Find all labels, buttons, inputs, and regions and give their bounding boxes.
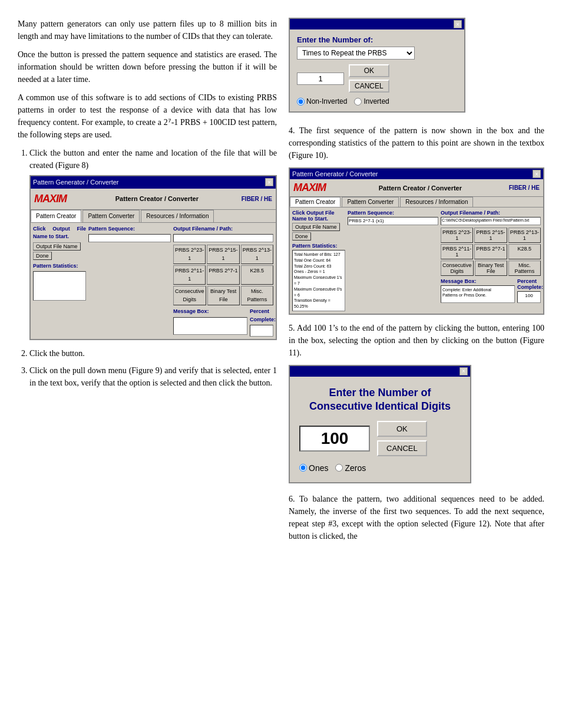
prbs-23-btn-large[interactable]: PRBS 2^23-1	[441, 228, 473, 243]
dialog1-cancel-button[interactable]: CANCEL	[349, 80, 389, 93]
output-file-btn-large[interactable]: Output File Name	[292, 223, 340, 231]
misc-patterns-btn-small[interactable]: Misc. Patterns	[241, 286, 273, 305]
radio-ones[interactable]	[299, 464, 307, 472]
close-icon-large[interactable]: ×	[533, 170, 541, 178]
step-1: Click the button and enter the name and …	[29, 147, 277, 340]
pattern-window-large: Pattern Generator / Converter × MAXIM Pa…	[289, 167, 544, 315]
misc-patterns-btn-large[interactable]: Misc. Patterns	[508, 261, 541, 276]
percent-label-large: Percent Complete:	[517, 278, 541, 290]
close-icon-dialog2[interactable]: ×	[459, 367, 468, 375]
dialog1-input-row: OK CANCEL	[297, 64, 457, 93]
bottom-row-btns-large: Consecutive Digits Binary Test File Misc…	[441, 261, 541, 276]
step5-text: 5. Add 100 1’s to the end of the pattern…	[289, 322, 544, 359]
radio-ones-label[interactable]: Ones	[299, 463, 328, 473]
bottom-row-btns-small: Consecutive Digits Binary Test File Misc…	[173, 286, 273, 305]
tab-pattern-creator-small[interactable]: Pattern Creator	[31, 210, 81, 222]
dialog2-cancel-button[interactable]: CANCEL	[377, 440, 427, 456]
tab-pattern-creator-large[interactable]: Pattern Creator	[290, 197, 340, 207]
mid-panel-large: Pattern Sequence: PRBS 2^7-1 (x1)	[348, 210, 438, 311]
k285-btn-large[interactable]: K28.5	[508, 244, 541, 259]
binary-test-btn-large[interactable]: Binary Test File	[475, 261, 507, 276]
radio-zeros[interactable]	[335, 464, 343, 472]
pattern-titlebar-large: Pattern Generator / Converter ×	[290, 169, 543, 179]
steps-list: Click the button and enter the name and …	[29, 147, 277, 389]
prbs-15-btn-large[interactable]: PRBS 2^15-1	[474, 228, 507, 243]
step-2: Click the button.	[29, 347, 277, 360]
dialog1-number-input[interactable]	[297, 73, 344, 85]
output-filename-label-small: Output Filename / Path:	[173, 225, 273, 233]
left-panel-large: Click Output File Name to Start. Output …	[292, 210, 345, 311]
pattern-window-small: Pattern Generator / Converter × MAXIM Pa…	[29, 175, 277, 340]
dialog2-ok-button[interactable]: OK	[377, 421, 427, 437]
pattern-seq-input-small[interactable]	[88, 234, 171, 242]
stats-area-small	[33, 271, 86, 301]
step-3: Click on the pull down menu (Figure 9) a…	[29, 364, 277, 389]
radio-non-inverted-label[interactable]: Non-Inverted	[297, 97, 347, 106]
radio-zeros-label[interactable]: Zeros	[335, 463, 366, 473]
fiber-logo-large: FIBER / HE	[509, 185, 540, 191]
right-column: × Enter the Number of: Times to Repeat t…	[289, 18, 544, 548]
consec-digits-btn-large[interactable]: Consecutive Digits	[441, 261, 474, 276]
pattern-seq-label-large: Pattern Sequence:	[348, 210, 438, 216]
dialog2-radio-row: Ones Zeros	[299, 463, 461, 473]
dialog1-dropdown-row: Times to Repeat the PRBS	[297, 47, 457, 60]
msg-area-large: Complete: Enter Additional Patterns or P…	[441, 285, 515, 303]
pattern-stats-label-large: Pattern Statistics:	[292, 243, 345, 249]
prbs-13-btn-small[interactable]: PRBS 2^13-1	[241, 245, 273, 264]
tab-resources-small[interactable]: Resources / Information	[141, 210, 214, 222]
pattern-seq-label-small: Pattern Sequence:	[88, 225, 171, 233]
msg-box-label-small: Message Box:	[173, 308, 247, 316]
prbs-7-btn-small[interactable]: PRBS 2^7-1	[207, 265, 239, 285]
click-output-label-small: Click Output File Name to Start.	[33, 225, 86, 241]
prbs-15-btn-small[interactable]: PRBS 2^15-1	[207, 245, 239, 264]
dialog2-body: Enter the Number of Consecutive Identica…	[290, 377, 470, 482]
right-panel-small: Output Filename / Path: PRBS 2^23-1 PRBS…	[173, 225, 273, 337]
prbs-11-btn-small[interactable]: PRBS 2^11-1	[173, 265, 206, 285]
msg-area-small	[173, 317, 247, 335]
dialog2-title: Enter the Number of Consecutive Identica…	[299, 386, 461, 414]
mid-panel-small: Pattern Sequence:	[88, 225, 171, 337]
output-filename-input-large[interactable]: C:\WINC\5\Desktop\pattern Files\TestPatt…	[441, 217, 541, 225]
prbs-7-btn-large[interactable]: PRBS 2^7-1	[474, 244, 507, 259]
pattern-content-large: Click Output File Name to Start. Output …	[290, 207, 543, 314]
maxim-logo-large: MAXIM	[293, 182, 326, 194]
done-btn-large[interactable]: Done	[292, 232, 311, 241]
percent-area-small	[250, 325, 273, 337]
tab-pattern-converter-small[interactable]: Pattern Converter	[82, 210, 140, 222]
dialog2-number-input[interactable]	[299, 426, 370, 452]
k285-btn-small[interactable]: K28.5	[241, 265, 273, 285]
consec-digits-btn-small[interactable]: Consecutive Digits	[173, 286, 206, 305]
prbs-11-btn-large[interactable]: PRBS 2^11-1	[441, 244, 473, 259]
pattern-header-large: MAXIM Pattern Creator / Converter FIBER …	[290, 179, 543, 197]
tab-resources-large[interactable]: Resources / Information	[400, 197, 473, 207]
done-btn-small[interactable]: Done	[33, 252, 52, 260]
close-icon-dialog1[interactable]: ×	[454, 20, 462, 28]
dialog1-ok-button[interactable]: OK	[349, 64, 389, 77]
step6-text: 6. To balance the pattern, two additiona…	[289, 493, 544, 542]
percent-area-large: 100	[517, 291, 541, 303]
output-filename-input-small[interactable]	[173, 234, 273, 242]
radio-inverted-label[interactable]: Inverted	[354, 97, 389, 106]
tabs-row-large: Pattern Creator Pattern Converter Resour…	[290, 197, 543, 207]
dialog-consecutive: × Enter the Number of Consecutive Identi…	[289, 365, 471, 483]
pattern-seq-input-large[interactable]: PRBS 2^7-1 (x1)	[348, 217, 438, 225]
output-filename-label-large: Output Filename / Path:	[441, 210, 541, 216]
tabs-row-small: Pattern Creator Pattern Converter Resour…	[31, 210, 276, 223]
dialog1-dropdown[interactable]: Times to Repeat the PRBS	[297, 47, 415, 60]
dialog1-title: Enter the Number of:	[297, 35, 457, 44]
tab-pattern-converter-large[interactable]: Pattern Converter	[342, 197, 399, 207]
prbs-grid-top-large: PRBS 2^23-1 PRBS 2^15-1 PRBS 2^13-1	[441, 228, 541, 243]
close-icon-small[interactable]: ×	[265, 178, 273, 186]
pattern-titlebar-small: Pattern Generator / Converter ×	[31, 176, 276, 189]
output-file-btn-small[interactable]: Output File Name	[33, 242, 81, 251]
dialog1-radio-row: Non-Inverted Inverted	[297, 97, 457, 106]
binary-test-btn-small[interactable]: Binary Test File	[207, 286, 240, 305]
dialog2-wrapper: × Enter the Number of Consecutive Identi…	[289, 365, 544, 483]
dialog-repeat-prbs: × Enter the Number of: Times to Repeat t…	[289, 18, 465, 113]
radio-inverted[interactable]	[354, 98, 362, 106]
prbs-13-btn-large[interactable]: PRBS 2^13-1	[508, 228, 541, 243]
percent-label-small: Percent Complete:	[250, 308, 273, 324]
radio-non-inverted[interactable]	[297, 98, 305, 106]
header-title-large: Pattern Creator / Converter	[332, 185, 509, 192]
prbs-23-btn-small[interactable]: PRBS 2^23-1	[173, 245, 206, 264]
